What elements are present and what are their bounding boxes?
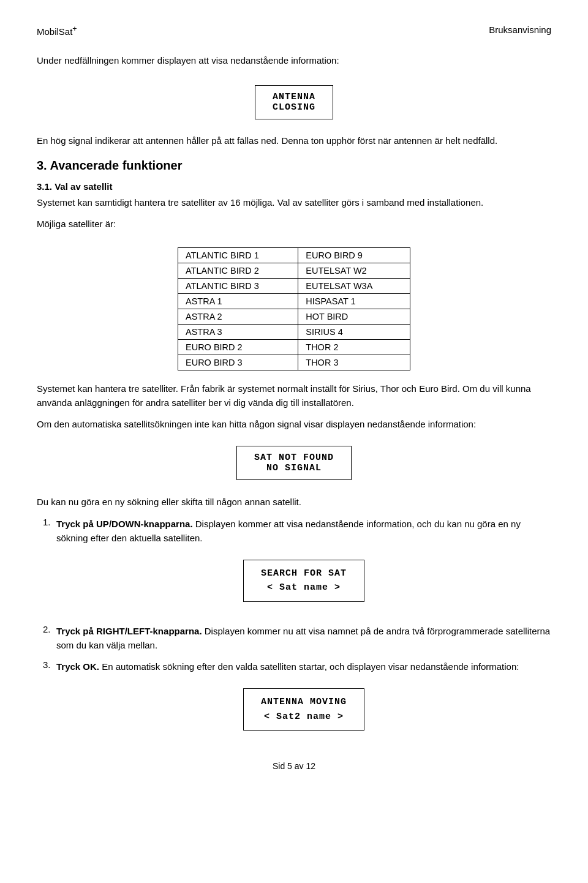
- header-title: Bruksanvisning: [489, 24, 551, 35]
- table-row: ATLANTIC BIRD 1EURO BIRD 9: [178, 247, 410, 263]
- header-logo: MobilSat+: [37, 24, 77, 37]
- step-1: 1. Tryck på UP/DOWN-knapparna. Displayen…: [43, 517, 551, 617]
- satellite-table: ATLANTIC BIRD 1EURO BIRD 9ATLANTIC BIRD …: [178, 247, 410, 370]
- table-row: ATLANTIC BIRD 3EUTELSAT W3A: [178, 278, 410, 293]
- step-2-content: Tryck på RIGHT/LEFT-knapparna. Displayen…: [56, 624, 551, 653]
- step-3-label: Tryck OK.: [56, 661, 99, 672]
- page-footer: Sid 5 av 12: [37, 761, 551, 771]
- antenna-moving-container: ANTENNA MOVING< Sat2 name >: [56, 682, 551, 737]
- table-row: EURO BIRD 2THOR 2: [178, 339, 410, 355]
- table-row: ASTRA 3SIRIUS 4: [178, 324, 410, 339]
- step-3-text: En automatisk sökning efter den valda sa…: [102, 661, 519, 672]
- step-3-num: 3.: [43, 659, 56, 670]
- section31-para4: Om den automatiska satellitsökningen int…: [37, 417, 551, 431]
- table-row: ATLANTIC BIRD 2EUTELSAT W2: [178, 263, 410, 278]
- sat-not-found-box-container: SAT NOT FOUNDNO SIGNAL: [37, 440, 551, 486]
- section31-subheading: 3.1. Val av satellit: [37, 181, 551, 192]
- step-3-content: Tryck OK. En automatisk sökning efter de…: [56, 659, 551, 745]
- step-2-label: Tryck på RIGHT/LEFT-knapparna.: [56, 626, 202, 636]
- antenna-closing-display: ANTENNACLOSING: [255, 85, 333, 119]
- section31-para5: Du kan nu göra en ny sökning eller skift…: [37, 495, 551, 509]
- steps-list: 1. Tryck på UP/DOWN-knapparna. Displayen…: [37, 517, 551, 745]
- search-for-sat-container: SEARCH FOR SAT< Sat name >: [56, 554, 551, 608]
- step-2: 2. Tryck på RIGHT/LEFT-knapparna. Displa…: [43, 624, 551, 653]
- sat-not-found-display: SAT NOT FOUNDNO SIGNAL: [236, 446, 352, 480]
- step-1-content: Tryck på UP/DOWN-knapparna. Displayen ko…: [56, 517, 551, 617]
- antenna-moving-display: ANTENNA MOVING< Sat2 name >: [243, 688, 364, 731]
- signal-note: En hög signal indikerar att antennen hål…: [37, 134, 551, 148]
- table-row: ASTRA 1HISPASAT 1: [178, 293, 410, 309]
- section31-para2: Möjliga satelliter är:: [37, 217, 551, 231]
- table-row: ASTRA 2HOT BIRD: [178, 309, 410, 324]
- step-1-label: Tryck på UP/DOWN-knapparna.: [56, 519, 193, 529]
- page-header: MobilSat+ Bruksanvisning: [37, 24, 551, 37]
- table-row: EURO BIRD 3THOR 3: [178, 355, 410, 370]
- step-3: 3. Tryck OK. En automatisk sökning efter…: [43, 659, 551, 745]
- antenna-closing-box-container: ANTENNACLOSING: [37, 79, 551, 126]
- footer-text: Sid 5 av 12: [273, 761, 315, 771]
- intro-text: Under nedfällningen kommer displayen att…: [37, 54, 551, 68]
- search-for-sat-display: SEARCH FOR SAT< Sat name >: [243, 560, 364, 602]
- step-1-num: 1.: [43, 517, 56, 527]
- step-2-num: 2.: [43, 624, 56, 634]
- section31-para3: Systemet kan hantera tre satelliter. Frå…: [37, 381, 551, 410]
- section31-para1: Systemet kan samtidigt hantera tre satel…: [37, 195, 551, 209]
- section3-heading: 3. Avancerade funktioner: [37, 159, 551, 173]
